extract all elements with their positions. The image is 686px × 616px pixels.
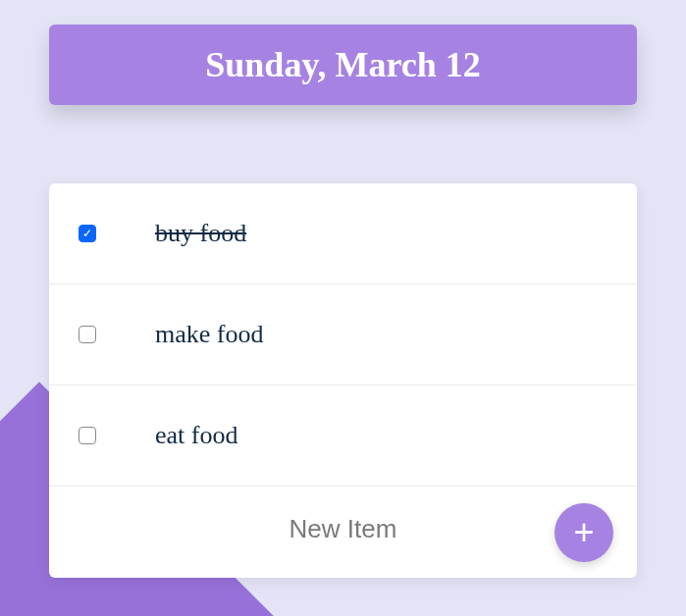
item-label: eat food [155, 421, 237, 450]
item-label: make food [155, 320, 263, 349]
list-item: make food [49, 284, 637, 385]
date-title: Sunday, March 12 [69, 44, 617, 85]
new-item-input[interactable] [196, 514, 491, 544]
check-icon: ✓ [82, 228, 92, 239]
new-item-row: + [49, 487, 637, 578]
list-item: eat food [49, 385, 637, 487]
checkbox[interactable] [79, 427, 96, 444]
todo-card: ✓ buy food make food eat food + [49, 183, 637, 578]
add-button[interactable]: + [554, 503, 613, 562]
date-header: Sunday, March 12 [49, 25, 637, 105]
checkbox[interactable]: ✓ [79, 225, 96, 242]
plus-icon: + [573, 515, 594, 550]
checkbox[interactable] [79, 326, 96, 343]
item-label: buy food [155, 219, 246, 248]
list-item: ✓ buy food [49, 183, 637, 284]
